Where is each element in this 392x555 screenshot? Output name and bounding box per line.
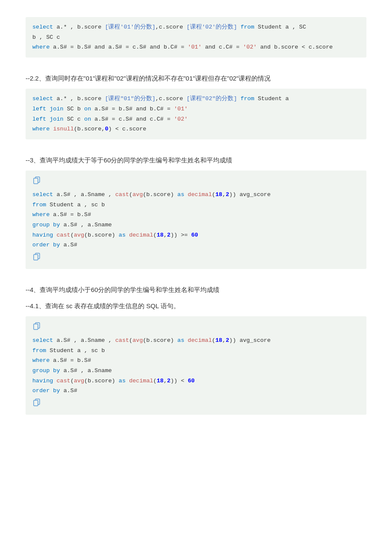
code-block-3: select a.S# , a.Sname , cast(avg(b.score… — [26, 171, 366, 269]
svg-rect-3 — [34, 254, 38, 260]
code-line: from Student a , sc b — [32, 200, 360, 210]
code-line: having cast(avg(b.score) as decimal(18,2… — [32, 376, 360, 386]
code-line: where a.S# = b.S# and a.S# = c.S# and b.… — [32, 42, 360, 52]
copy-icon-top[interactable] — [32, 176, 360, 188]
section-3: --3、查询平均成绩大于等于60分的同学的学生编号和学生姓名和平均成绩 sele… — [26, 155, 366, 269]
section-4: --4、查询平均成绩小于60分的同学的学生编号和学生姓名和平均成绩 --4.1、… — [26, 284, 366, 415]
code-block-4: select a.S# , a.Sname , cast(avg(b.score… — [26, 316, 366, 415]
code-line: where a.S# = b.S# — [32, 210, 360, 220]
code-line: select a.S# , a.Sname , cast(avg(b.score… — [32, 335, 360, 346]
code-line: left join SC c on a.S# = c.S# and c.C# =… — [32, 114, 360, 124]
section-4-title2: --4.1、查询在 sc 表存在成绩的学生信息的 SQL 语句。 — [26, 301, 366, 312]
code-line: b , SC c — [32, 32, 360, 43]
svg-rect-5 — [34, 324, 38, 330]
copy-icon-bottom[interactable] — [32, 252, 360, 264]
code-line: having cast(avg(b.score) as decimal(18,2… — [32, 230, 360, 240]
code-line: order by a.S# — [32, 386, 360, 396]
copy-icon-bottom[interactable] — [32, 398, 360, 410]
code-block-2: select a.* , b.score [课程"01"的分数],c.score… — [26, 89, 366, 139]
code-line: where a.S# = b.S# — [32, 356, 360, 366]
code-line: order by a.S# — [32, 240, 360, 250]
code-block-1: select a.* , b.score [课程'01'的分数],c.score… — [26, 17, 366, 58]
section-2: --2.2、查询同时存在"01"课程和"02"课程的情况和不存在"01"课程但存… — [26, 73, 366, 139]
svg-rect-1 — [34, 178, 38, 184]
section-4-title1: --4、查询平均成绩小于60分的同学的学生编号和学生姓名和平均成绩 — [26, 284, 366, 295]
section-3-title: --3、查询平均成绩大于等于60分的同学的学生编号和学生姓名和平均成绩 — [26, 155, 366, 166]
section-2-title: --2.2、查询同时存在"01"课程和"02"课程的情况和不存在"01"课程但存… — [26, 73, 366, 84]
code-line: from Student a , sc b — [32, 346, 360, 356]
code-line: where isnull(b.score,0) < c.score — [32, 124, 360, 134]
copy-icon-top[interactable] — [32, 321, 360, 334]
section-1: select a.* , b.score [课程'01'的分数],c.score… — [26, 17, 366, 58]
svg-rect-7 — [34, 400, 38, 406]
code-line: select a.S# , a.Sname , cast(avg(b.score… — [32, 190, 360, 200]
code-line: group by a.S# , a.Sname — [32, 366, 360, 376]
code-line: select a.* , b.score [课程"01"的分数],c.score… — [32, 94, 360, 104]
code-line: select a.* , b.score [课程'01'的分数],c.score… — [32, 22, 360, 32]
code-line: group by a.S# , a.Sname — [32, 220, 360, 230]
code-line: left join SC b on a.S# = b.S# and b.C# =… — [32, 104, 360, 114]
